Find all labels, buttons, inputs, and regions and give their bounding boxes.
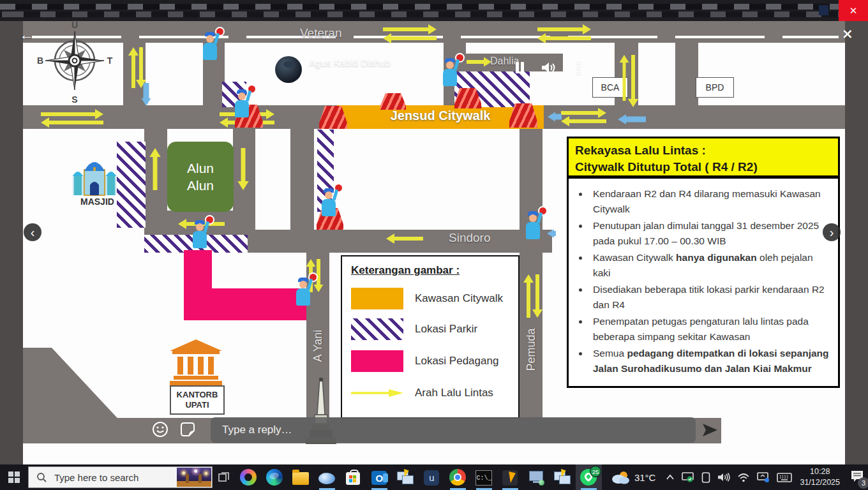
arrow-swatch [351, 389, 403, 397]
notification-count-badge: 3 [858, 477, 868, 489]
utorrent-icon: u [424, 470, 439, 486]
sticker-icon[interactable] [179, 421, 196, 438]
emoji-icon[interactable] [152, 421, 168, 438]
taskbar-app-chrome[interactable] [445, 464, 471, 490]
info-box-header: Rekayasa Lalu Lintas : Citywalk Ditutup … [567, 137, 840, 177]
search-highlight-fireworks-image[interactable] [177, 468, 211, 487]
taskbar-app-file-explorer[interactable] [288, 464, 314, 490]
previous-media-button[interactable]: ‹ [24, 223, 41, 241]
cast-icon[interactable] [757, 472, 770, 482]
task-view-button[interactable] [213, 464, 236, 490]
my-computer-icon [528, 470, 544, 486]
traffic-officer-icon [189, 218, 211, 253]
taskbar-app-cmd[interactable]: C:\_ [471, 464, 497, 490]
traders-swatch [351, 350, 403, 372]
taskbar-app-outlook[interactable]: O [366, 464, 393, 490]
traffic-officer-icon [522, 209, 544, 244]
send-icon[interactable] [701, 421, 719, 439]
taskbar-weather[interactable]: 31°C [611, 470, 656, 484]
outlook-icon: O [371, 471, 387, 485]
traffic-officer-icon [292, 276, 314, 310]
whatsapp-media-viewer-window: Alun Alun Veteran Dahlia Jensud Citywalk… [0, 0, 868, 490]
remote-desktop-icon [397, 470, 414, 486]
info-bullet: Semua pedagang ditempatkan di lokasi sep… [589, 346, 832, 376]
notification-center-button[interactable]: 3 [850, 470, 864, 485]
taskbar-app-winamp[interactable] [497, 464, 523, 490]
pinned-apps: O u C:\_ 25 [236, 464, 602, 490]
info-title-line2: Citywalk Ditutup Total ( R4 / R2) [575, 159, 832, 175]
taskbar-search-box[interactable] [28, 466, 213, 488]
volume-icon[interactable] [717, 472, 730, 482]
more-options-icon[interactable] [576, 60, 581, 77]
microsoft-store-icon [346, 472, 360, 485]
pause-icon[interactable] [514, 62, 526, 73]
winamp-icon [502, 470, 518, 486]
close-window-button[interactable]: ✕ [839, 0, 868, 21]
copilot-icon [240, 469, 257, 486]
display-security-icon[interactable] [682, 472, 694, 482]
viewer-gutter-right [845, 21, 868, 464]
windows-taskbar: O u C:\_ 25 31°C [0, 464, 868, 490]
wifi-icon[interactable] [737, 473, 750, 482]
taskbar-app-remote-desktop[interactable] [393, 464, 419, 490]
task-view-icon [218, 471, 230, 483]
photo-detail [819, 5, 828, 15]
taskbar-app-utorrent[interactable]: u [419, 464, 445, 490]
next-media-button[interactable]: › [823, 223, 841, 241]
search-icon [36, 472, 47, 482]
taskbar-clock[interactable]: 10:28 31/12/2025 [800, 466, 840, 488]
remote-desktop-icon [554, 470, 571, 486]
legend-item: Lokasi Pedagang [351, 350, 498, 373]
traffic-officer-icon [318, 186, 340, 221]
search-input[interactable] [53, 471, 177, 484]
info-bullet-list: Kendaraan R2 dan R4 dilarang memasuki Ka… [574, 186, 832, 376]
system-tray [666, 472, 792, 483]
legend-item: Arah Lalu Lintas [351, 382, 493, 405]
hidden-icons-chevron[interactable] [666, 474, 675, 480]
map-legend: Keterangan gambar : Kawasan Citywalk Lok… [341, 255, 520, 419]
media-close-button[interactable]: ✕ [842, 27, 853, 42]
weather-cloud-icon [611, 470, 630, 484]
file-explorer-icon [292, 472, 309, 485]
citywalk-swatch [351, 288, 403, 309]
windows-logo-icon [8, 471, 20, 483]
reply-bar [211, 417, 696, 443]
info-bullet: Kendaraan R2 dan R4 dilarang memasuki Ka… [589, 186, 832, 217]
back-button[interactable]: ← [19, 26, 34, 43]
info-bullet: Penempatan petugas pengaturan lalu linta… [589, 314, 832, 345]
start-button[interactable] [0, 464, 28, 490]
taskbar-app-my-computer[interactable] [523, 464, 550, 490]
taskbar-app-copilot[interactable] [236, 464, 262, 490]
taskbar-app-store[interactable] [340, 464, 366, 490]
viewer-gutter-left [0, 21, 23, 464]
phone-link-icon[interactable] [701, 472, 710, 483]
info-bullet: Kawasan Citywalk hanya digunakan oleh pe… [589, 250, 832, 281]
info-bullet: Penutupan jalan dimulai tanggal 31 desem… [589, 218, 832, 249]
clock-date: 31/12/2025 [800, 477, 840, 488]
info-bullet: Disediakan beberapa titik lokasi parkir … [589, 282, 832, 313]
sender-avatar[interactable] [275, 56, 302, 83]
photo-top-strip [0, 0, 868, 21]
keyboard-icon[interactable] [777, 473, 792, 482]
legend-item: Kawasan Citywalk [351, 287, 503, 310]
taskbar-app-edge[interactable] [262, 464, 288, 490]
parking-swatch [351, 318, 403, 340]
info-box-body: Kendaraan R2 dan R4 dilarang memasuki Ka… [567, 177, 840, 388]
winbox-icon [318, 473, 335, 484]
weather-temp: 31°C [634, 472, 656, 483]
clock-time: 10:28 [800, 466, 840, 477]
command-prompt-icon: C:\_ [475, 470, 492, 486]
sender-name: Agus Kabid Dishub [309, 57, 391, 68]
legend-item: Lokasi Parkir [351, 318, 477, 341]
info-title-line1: Rekayasa Lalu Lintas : [575, 142, 832, 159]
taskbar-app-winbox[interactable] [314, 464, 340, 490]
volume-icon[interactable] [541, 61, 556, 75]
taskbar-app-whatsapp[interactable]: 25 [576, 464, 602, 490]
chrome-icon [449, 469, 466, 486]
whatsapp-unread-badge: 25 [590, 466, 601, 477]
reply-input[interactable] [221, 423, 606, 437]
legend-title: Keterangan gambar : [351, 264, 518, 277]
edge-icon [266, 469, 283, 486]
taskbar-app-remote-desktop-2[interactable] [550, 464, 576, 490]
traffic-officer-icon [439, 56, 461, 91]
